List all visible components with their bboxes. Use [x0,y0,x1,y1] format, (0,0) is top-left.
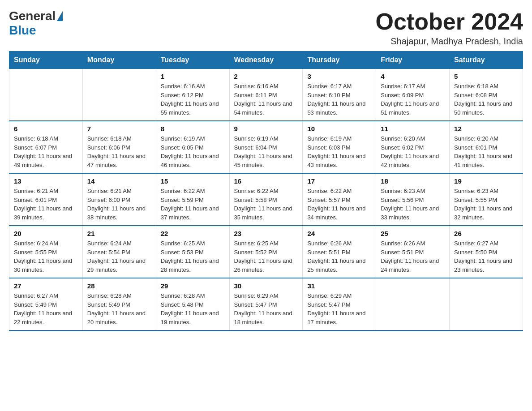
day-number: 6 [14,125,78,133]
day-number: 12 [454,125,518,133]
day-number: 13 [14,177,78,185]
day-number: 22 [161,230,225,237]
calendar-week-row: 1Sunrise: 6:16 AMSunset: 6:12 PMDaylight… [9,69,523,121]
day-info: Sunrise: 6:21 AMSunset: 6:01 PMDaylight:… [14,187,78,222]
day-number: 24 [307,230,371,237]
day-info: Sunrise: 6:21 AMSunset: 6:00 PMDaylight:… [87,187,151,222]
day-info: Sunrise: 6:22 AMSunset: 5:57 PMDaylight:… [307,187,371,222]
day-info: Sunrise: 6:24 AMSunset: 5:55 PMDaylight:… [14,239,78,274]
day-number: 3 [307,73,371,80]
day-number: 11 [381,125,445,133]
day-number: 2 [234,73,298,80]
calendar-cell: 1Sunrise: 6:16 AMSunset: 6:12 PMDaylight… [156,69,229,121]
day-info: Sunrise: 6:16 AMSunset: 6:12 PMDaylight:… [161,82,225,117]
day-number: 29 [161,282,225,290]
day-number: 18 [381,177,445,185]
day-info: Sunrise: 6:23 AMSunset: 5:55 PMDaylight:… [454,187,518,222]
calendar-cell: 31Sunrise: 6:29 AMSunset: 5:47 PMDayligh… [303,278,376,330]
calendar-cell [450,278,523,330]
header-sunday: Sunday [9,51,83,69]
day-number: 19 [454,177,518,185]
calendar-header-row: Sunday Monday Tuesday Wednesday Thursday… [9,51,523,69]
calendar-cell: 7Sunrise: 6:18 AMSunset: 6:06 PMDaylight… [82,121,156,173]
page-header: General Blue October 2024 Shajapur, Madh… [9,9,523,47]
day-info: Sunrise: 6:22 AMSunset: 5:59 PMDaylight:… [161,187,225,222]
calendar-cell: 20Sunrise: 6:24 AMSunset: 5:55 PMDayligh… [9,226,83,278]
day-number: 9 [234,125,298,133]
day-info: Sunrise: 6:25 AMSunset: 5:52 PMDaylight:… [234,239,298,274]
day-number: 20 [14,230,78,237]
calendar-cell: 30Sunrise: 6:29 AMSunset: 5:47 PMDayligh… [229,278,303,330]
title-section: October 2024 Shajapur, Madhya Pradesh, I… [376,9,523,47]
calendar-cell: 25Sunrise: 6:26 AMSunset: 5:51 PMDayligh… [376,226,450,278]
calendar-cell: 23Sunrise: 6:25 AMSunset: 5:52 PMDayligh… [229,226,303,278]
header-thursday: Thursday [303,51,376,69]
calendar-cell: 17Sunrise: 6:22 AMSunset: 5:57 PMDayligh… [303,173,376,226]
day-info: Sunrise: 6:17 AMSunset: 6:09 PMDaylight:… [381,82,445,117]
day-info: Sunrise: 6:25 AMSunset: 5:53 PMDaylight:… [161,239,225,274]
day-number: 23 [234,230,298,237]
calendar-cell: 22Sunrise: 6:25 AMSunset: 5:53 PMDayligh… [156,226,229,278]
calendar-cell [376,278,450,330]
calendar-cell: 26Sunrise: 6:27 AMSunset: 5:50 PMDayligh… [450,226,523,278]
day-info: Sunrise: 6:29 AMSunset: 5:47 PMDaylight:… [234,291,298,326]
calendar-cell: 28Sunrise: 6:28 AMSunset: 5:49 PMDayligh… [82,278,156,330]
day-info: Sunrise: 6:28 AMSunset: 5:49 PMDaylight:… [87,291,151,326]
header-friday: Friday [376,51,450,69]
day-number: 17 [307,177,371,185]
calendar-cell [9,69,83,121]
calendar-cell: 9Sunrise: 6:19 AMSunset: 6:04 PMDaylight… [229,121,303,173]
calendar-cell: 4Sunrise: 6:17 AMSunset: 6:09 PMDaylight… [376,69,450,121]
day-number: 31 [307,282,371,290]
calendar-cell: 10Sunrise: 6:19 AMSunset: 6:03 PMDayligh… [303,121,376,173]
day-info: Sunrise: 6:27 AMSunset: 5:50 PMDaylight:… [454,239,518,274]
day-info: Sunrise: 6:18 AMSunset: 6:07 PMDaylight:… [14,134,78,169]
day-number: 10 [307,125,371,133]
calendar-cell: 21Sunrise: 6:24 AMSunset: 5:54 PMDayligh… [82,226,156,278]
day-info: Sunrise: 6:23 AMSunset: 5:56 PMDaylight:… [381,187,445,222]
calendar-cell [82,69,156,121]
day-info: Sunrise: 6:20 AMSunset: 6:01 PMDaylight:… [454,134,518,169]
day-number: 16 [234,177,298,185]
calendar-cell: 12Sunrise: 6:20 AMSunset: 6:01 PMDayligh… [450,121,523,173]
header-tuesday: Tuesday [156,51,229,69]
day-info: Sunrise: 6:16 AMSunset: 6:11 PMDaylight:… [234,82,298,117]
day-info: Sunrise: 6:19 AMSunset: 6:04 PMDaylight:… [234,134,298,169]
day-info: Sunrise: 6:18 AMSunset: 6:08 PMDaylight:… [454,82,518,117]
calendar-week-row: 20Sunrise: 6:24 AMSunset: 5:55 PMDayligh… [9,226,523,278]
day-number: 26 [454,230,518,237]
day-info: Sunrise: 6:24 AMSunset: 5:54 PMDaylight:… [87,239,151,274]
day-info: Sunrise: 6:20 AMSunset: 6:02 PMDaylight:… [381,134,445,169]
day-info: Sunrise: 6:22 AMSunset: 5:58 PMDaylight:… [234,187,298,222]
day-number: 30 [234,282,298,290]
day-number: 14 [87,177,151,185]
month-title: October 2024 [376,9,523,34]
day-info: Sunrise: 6:27 AMSunset: 5:49 PMDaylight:… [14,291,78,326]
logo: General Blue [9,9,63,38]
day-number: 7 [87,125,151,133]
calendar-cell: 6Sunrise: 6:18 AMSunset: 6:07 PMDaylight… [9,121,83,173]
day-number: 1 [161,73,225,80]
calendar-cell: 11Sunrise: 6:20 AMSunset: 6:02 PMDayligh… [376,121,450,173]
calendar-cell: 18Sunrise: 6:23 AMSunset: 5:56 PMDayligh… [376,173,450,226]
day-info: Sunrise: 6:26 AMSunset: 5:51 PMDaylight:… [307,239,371,274]
header-monday: Monday [82,51,156,69]
day-info: Sunrise: 6:29 AMSunset: 5:47 PMDaylight:… [307,291,371,326]
calendar-cell: 5Sunrise: 6:18 AMSunset: 6:08 PMDaylight… [450,69,523,121]
day-number: 5 [454,73,518,80]
day-info: Sunrise: 6:17 AMSunset: 6:10 PMDaylight:… [307,82,371,117]
logo-blue-text: Blue [9,23,36,38]
calendar-cell: 13Sunrise: 6:21 AMSunset: 6:01 PMDayligh… [9,173,83,226]
calendar-cell: 29Sunrise: 6:28 AMSunset: 5:48 PMDayligh… [156,278,229,330]
day-number: 27 [14,282,78,290]
calendar-cell: 15Sunrise: 6:22 AMSunset: 5:59 PMDayligh… [156,173,229,226]
header-wednesday: Wednesday [229,51,303,69]
calendar-cell: 16Sunrise: 6:22 AMSunset: 5:58 PMDayligh… [229,173,303,226]
calendar-week-row: 27Sunrise: 6:27 AMSunset: 5:49 PMDayligh… [9,278,523,330]
day-number: 15 [161,177,225,185]
calendar-cell: 8Sunrise: 6:19 AMSunset: 6:05 PMDaylight… [156,121,229,173]
logo-general-text: General [9,9,56,23]
calendar-cell: 24Sunrise: 6:26 AMSunset: 5:51 PMDayligh… [303,226,376,278]
calendar-week-row: 13Sunrise: 6:21 AMSunset: 6:01 PMDayligh… [9,173,523,226]
header-saturday: Saturday [450,51,523,69]
